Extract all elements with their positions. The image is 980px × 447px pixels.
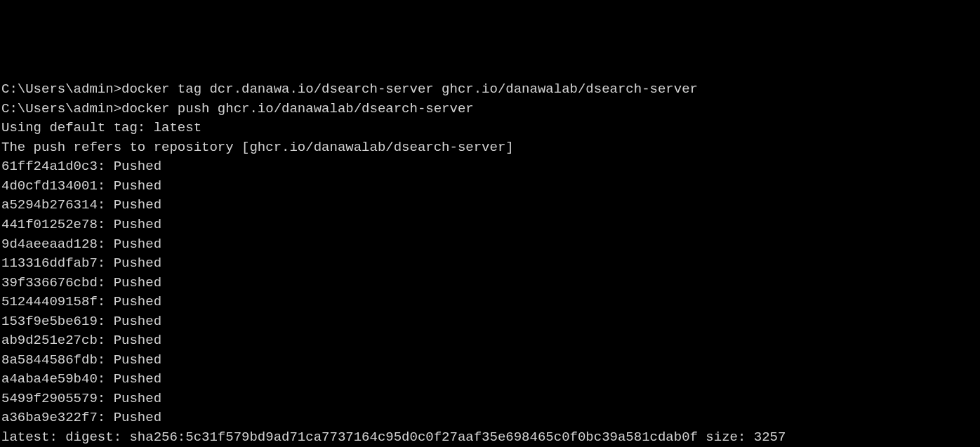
command-text: docker push ghcr.io/danawalab/dsearch-se… [121, 101, 474, 116]
layer-status: 153f9e5be619: Pushed [1, 312, 979, 332]
layer-status: 61ff24a1d0c3: Pushed [1, 157, 979, 177]
layer-status: a4aba4e59b40: Pushed [1, 370, 979, 389]
terminal-output[interactable]: C:\Users\admin>docker tag dcr.danawa.io/… [1, 80, 979, 447]
layer-status: a36ba9e322f7: Pushed [1, 408, 979, 428]
layer-status: 51244409158f: Pushed [1, 293, 979, 312]
command-line-1: C:\Users\admin>docker tag dcr.danawa.io/… [1, 80, 979, 100]
layer-status: 39f336676cbd: Pushed [1, 274, 979, 293]
layer-status: 9d4aeeaad128: Pushed [1, 235, 979, 255]
output-repo: The push refers to repository [ghcr.io/d… [1, 138, 979, 158]
layer-status: 4d0cfd134001: Pushed [1, 177, 979, 196]
command-text: docker tag dcr.danawa.io/dsearch-server … [121, 81, 698, 97]
output-tag: Using default tag: latest [1, 119, 979, 138]
layer-status: ab9d251e27cb: Pushed [1, 331, 979, 351]
layer-status: 441f01252e78: Pushed [1, 215, 979, 235]
prompt: C:\Users\admin> [1, 101, 121, 116]
command-line-2: C:\Users\admin>docker push ghcr.io/danaw… [1, 100, 979, 119]
layer-status: a5294b276314: Pushed [1, 196, 979, 215]
layer-status: 8a5844586fdb: Pushed [1, 351, 979, 371]
digest-line: latest: digest: sha256:5c31f579bd9ad71ca… [1, 428, 979, 447]
layer-status: 5499f2905579: Pushed [1, 389, 979, 409]
layer-status: 113316ddfab7: Pushed [1, 254, 979, 274]
prompt: C:\Users\admin> [1, 81, 121, 97]
